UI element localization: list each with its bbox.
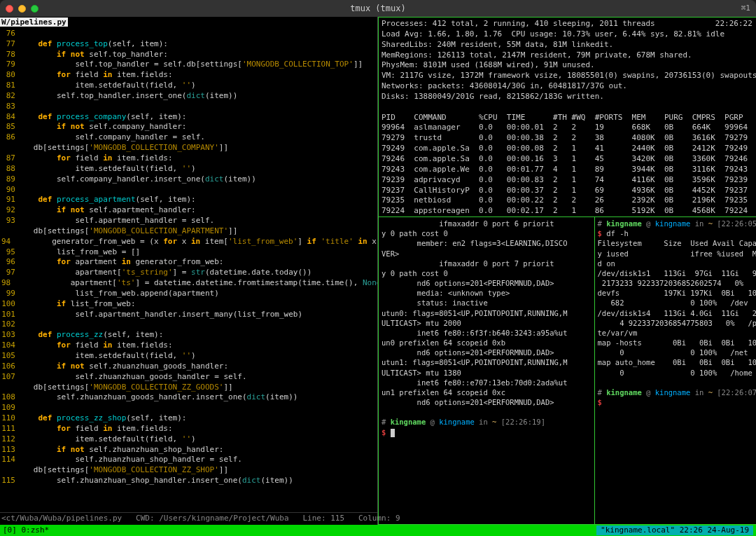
vim-code-area[interactable]: 7677 def process_top(self, item):78 if n…: [0, 29, 377, 512]
window-title: tmux (tmux): [0, 3, 756, 14]
code-line: 104 for field in item.fields:: [1, 341, 377, 351]
code-line: 97 apartment['ts_string'] = str(datetime…: [1, 268, 377, 278]
code-line: 94 generator_from_web = (x for x in item…: [1, 237, 377, 247]
code-line: db[settings['MONGODB_COLLECTION_COMPANY'…: [1, 143, 377, 153]
code-line: 114 self.zhuanzhuan_shop_handler = self.: [1, 455, 377, 465]
code-line: db[settings['MONGODB_COLLECTION_ZZ_GOODS…: [1, 383, 377, 393]
code-line: 113 if not self.zhuanzhuan_shop_handler:: [1, 445, 377, 455]
code-line: 106 if not self.zhuanzhuan_goods_handler…: [1, 362, 377, 372]
code-line: 82 self.top_handler.insert_one(dict(item…: [1, 91, 377, 102]
vim-tab-active[interactable]: W/pipelines.py: [0, 18, 68, 27]
vim-tabline: W/pipelines.py: [0, 17, 377, 29]
code-line: 107 self.zhuanzhuan_goods_handler = self…: [1, 372, 377, 383]
tmux-statusbar: [0] 0:zsh* "kingname.local" 22:26 24-Aug…: [0, 525, 756, 536]
code-line: 80 for field in item.fields:: [1, 70, 377, 81]
df-pane[interactable]: # kingname @ kingname in ~ [22:26:05]$ d…: [594, 217, 756, 525]
code-line: 89 self.company_handler.insert_one(dict(…: [1, 174, 377, 185]
code-line: 84 def process_company(self, item):: [1, 112, 377, 123]
code-line: 98 apartment['ts'] = datetime.datetime.f…: [1, 278, 377, 289]
code-line: 111 for field in item.fields:: [1, 424, 377, 434]
code-line: 86 self.company_handler = self.: [1, 132, 377, 143]
tmux-status-left: [0] 0:zsh*: [3, 525, 49, 536]
code-line: 105 item.setdefault(field, ''): [1, 351, 377, 362]
code-line: 109: [1, 403, 377, 413]
code-line: 78 if not self.top_handler:: [1, 50, 377, 60]
code-line: 90: [1, 185, 377, 195]
code-line: 108 self.zhuanzhuan_goods_handler.insert…: [1, 392, 377, 403]
code-line: 100 if list_from_web:: [1, 299, 377, 310]
code-line: 96 for apartment in generator_from_web:: [1, 257, 377, 268]
code-line: 99 list_from_web.append(apartment): [1, 289, 377, 299]
code-line: 95 list_from_web = []: [1, 247, 377, 258]
code-line: 87 for field in item.fields:: [1, 153, 377, 164]
code-line: db[settings['MONGODB_COLLECTION_APARTMEN…: [1, 226, 377, 237]
code-line: 88 item.setdefault(field, ''): [1, 164, 377, 174]
code-line: 102: [1, 319, 377, 330]
right-column: Processes: 412 total, 2 running, 410 sle…: [378, 17, 756, 525]
code-line: 91 def process_apartment(self, item):: [1, 195, 377, 205]
code-line: 101 self.apartment_handler.insert_many(l…: [1, 310, 377, 320]
code-line: 92 if not self.apartment_handler:: [1, 205, 377, 216]
code-line: 110 def process_zz_shop(self, item):: [1, 413, 377, 424]
code-line: 115 self.zhuanzhuan_shop_handler.insert_…: [1, 476, 377, 486]
vim-statusbar: <ct/Wuba/Wuba/pipelines.py CWD: /Users/k…: [0, 512, 377, 525]
code-line: 83: [1, 102, 377, 112]
code-line: 76: [1, 29, 377, 39]
code-line: 93 self.apartment_handler = self.: [1, 216, 377, 226]
tmux-workspace: W/pipelines.py 7677 def process_top(self…: [0, 17, 756, 525]
macos-titlebar: tmux (tmux) ⌘1: [0, 0, 756, 17]
vim-pane[interactable]: W/pipelines.py 7677 def process_top(self…: [0, 17, 378, 525]
code-line: 79 self.top_handler = self.db[settings['…: [1, 60, 377, 70]
top-pane[interactable]: Processes: 412 total, 2 running, 410 sle…: [378, 17, 756, 217]
code-line: 81 item.setdefault(field, ''): [1, 81, 377, 91]
code-line: 77 def process_top(self, item):: [1, 39, 377, 50]
code-line: 112 item.setdefault(field, ''): [1, 434, 377, 445]
code-line: db[settings['MONGODB_COLLECTION_ZZ_SHOP'…: [1, 465, 377, 476]
code-line: 85 if not self.company_handler:: [1, 122, 377, 132]
ifconfig-pane[interactable]: ifmaxaddr 0 port 6 priorit y 0 path cost…: [378, 217, 594, 525]
code-line: 103 def process_zz(self, item):: [1, 330, 377, 341]
tmux-status-right: "kingname.local" 22:26 24-Aug-19: [596, 525, 753, 536]
